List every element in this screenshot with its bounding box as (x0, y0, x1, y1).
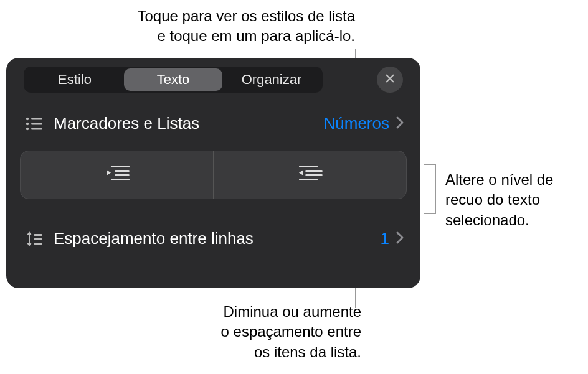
tab-label: Organizar (242, 72, 302, 88)
callout-text: os itens da lista. (193, 342, 361, 362)
svg-rect-11 (111, 179, 130, 180)
svg-marker-12 (107, 170, 111, 175)
line-spacing-value: 1 (381, 229, 396, 248)
svg-point-2 (26, 117, 29, 119)
callout-right: Altere o nível de recuo do texto selecio… (445, 170, 576, 230)
tab-label: Texto (157, 72, 190, 88)
line-spacing-label: Espacejamento entre linhas (46, 229, 381, 248)
bullets-and-lists-row[interactable]: Marcadores e Listas Números (20, 111, 407, 136)
callout-bottom: Diminua ou aumente o espaçamento entre o… (193, 302, 361, 362)
svg-rect-19 (29, 235, 30, 243)
svg-rect-16 (299, 179, 318, 180)
close-icon (384, 73, 396, 86)
svg-rect-15 (305, 174, 323, 176)
bullets-value: Números (324, 114, 396, 133)
svg-point-4 (26, 122, 29, 124)
callout-text: Altere o nível de (445, 170, 576, 190)
callout-text: Toque para ver os estilos de lista (93, 6, 355, 26)
svg-rect-13 (299, 166, 318, 167)
callout-text: selecionado. (445, 210, 576, 230)
tab-text[interactable]: Texto (124, 68, 222, 91)
tab-style[interactable]: Estilo (26, 68, 124, 91)
bullets-icon (22, 116, 46, 131)
svg-rect-22 (34, 238, 42, 240)
line-spacing-icon (22, 230, 46, 248)
svg-rect-23 (34, 243, 42, 245)
tabs-row: Estilo Texto Organizar (20, 67, 407, 93)
callout-bracket (424, 164, 436, 214)
line-spacing-row[interactable]: Espacejamento entre linhas 1 (20, 227, 407, 251)
callout-text: e toque em um para aplicá-lo. (93, 26, 355, 46)
indent-controls (20, 151, 407, 199)
bullets-label: Marcadores e Listas (46, 114, 324, 133)
close-button[interactable] (377, 67, 403, 93)
callout-text: recuo do texto (445, 190, 576, 210)
chevron-right-icon (396, 231, 404, 247)
outdent-button[interactable] (21, 151, 214, 199)
svg-marker-17 (299, 170, 303, 175)
outdent-icon (103, 164, 131, 186)
svg-rect-10 (115, 174, 130, 176)
callout-text: o espaçamento entre (193, 322, 361, 342)
tab-label: Estilo (58, 72, 92, 88)
callout-connector (436, 189, 442, 189)
svg-rect-8 (111, 166, 130, 167)
indent-icon (296, 164, 324, 186)
svg-marker-18 (27, 231, 32, 235)
callout-top: Toque para ver os estilos de lista e toq… (93, 6, 355, 47)
svg-rect-5 (31, 123, 42, 124)
tab-arrange[interactable]: Organizar (222, 68, 321, 91)
svg-rect-14 (305, 170, 323, 172)
chevron-right-icon (396, 116, 404, 132)
svg-point-6 (26, 127, 29, 129)
indent-button[interactable] (214, 151, 406, 199)
svg-rect-21 (34, 234, 42, 236)
format-panel: Estilo Texto Organizar (6, 58, 420, 288)
segmented-tabs: Estilo Texto Organizar (24, 67, 323, 93)
svg-rect-7 (31, 128, 42, 129)
svg-rect-3 (31, 118, 42, 119)
callout-text: Diminua ou aumente (193, 302, 361, 322)
svg-rect-9 (115, 170, 130, 172)
svg-marker-20 (27, 243, 32, 246)
